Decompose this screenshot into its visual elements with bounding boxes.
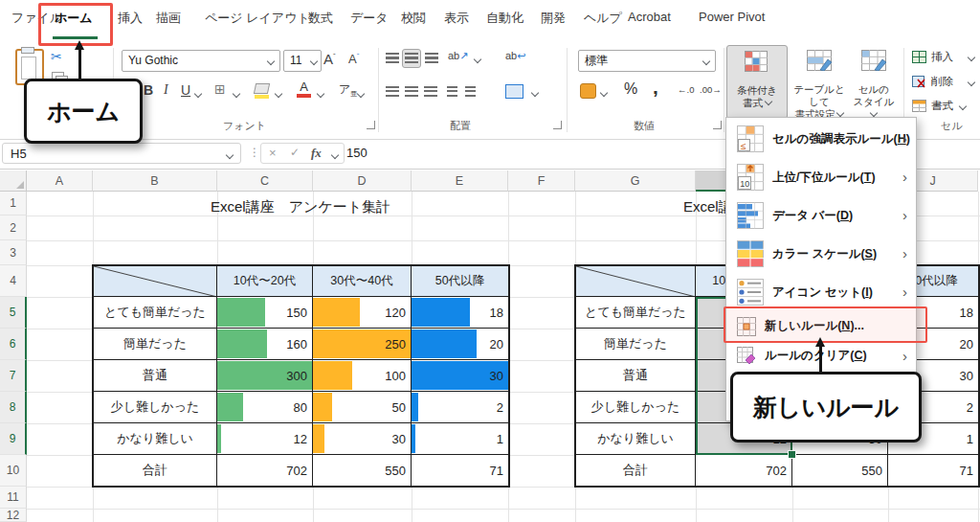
format-dropdown-icon[interactable]	[959, 102, 967, 110]
tab-page-layout[interactable]: ページ レイアウト	[205, 10, 310, 27]
tab-power-pivot[interactable]: Power Pivot	[699, 10, 765, 24]
row-header-10[interactable]: 10	[0, 455, 27, 487]
increase-decimal-icon[interactable]: ←.0	[678, 84, 694, 95]
enter-icon[interactable]: ✓	[290, 146, 300, 159]
total-value-cell[interactable]: 550	[313, 455, 412, 486]
row-header-11[interactable]: 11	[0, 487, 27, 509]
column-header-G[interactable]: G	[575, 170, 696, 192]
menu-item-highlight-cells-rules[interactable]: ≤ セルの強調表示ルール(H) ›	[726, 120, 916, 158]
fill-color-dropdown-icon[interactable]	[275, 90, 282, 98]
row-label-cell[interactable]: 少し難しかった	[94, 392, 217, 423]
row-header-9[interactable]: 9	[0, 423, 27, 455]
font-color-icon[interactable]: A	[297, 80, 311, 98]
diagonal-header-cell[interactable]	[94, 266, 217, 297]
total-value-cell[interactable]: 702	[696, 455, 792, 486]
increase-indent-icon[interactable]	[465, 86, 476, 97]
value-cell[interactable]: 80	[217, 392, 313, 423]
row-label-cell[interactable]: 普通	[576, 360, 696, 392]
delete-cells-button[interactable]: 削除	[931, 75, 953, 89]
column-header-D[interactable]: D	[313, 170, 412, 192]
merge-center-icon[interactable]	[505, 84, 523, 99]
selection-fill-handle[interactable]	[788, 450, 796, 459]
font-name-combo[interactable]: Yu Gothic	[122, 50, 280, 72]
row-label-cell[interactable]: 普通	[94, 360, 217, 392]
tab-formulas[interactable]: 数式	[308, 10, 333, 27]
font-dialog-launcher[interactable]	[367, 121, 375, 129]
col-header-cell[interactable]: 50代以降	[412, 266, 508, 297]
alignment-dialog-launcher[interactable]	[553, 121, 562, 129]
align-left-icon[interactable]	[386, 86, 399, 97]
total-value-cell[interactable]: 71	[888, 455, 978, 486]
row-header-2[interactable]: 2	[0, 216, 27, 240]
select-all-corner[interactable]	[0, 170, 27, 192]
accounting-format-icon[interactable]	[580, 83, 596, 99]
formula-input[interactable]: 150	[346, 143, 368, 164]
value-cell[interactable]: 300	[217, 360, 313, 392]
row-header-7[interactable]: 7	[0, 360, 27, 392]
number-format-combo[interactable]: 標準	[578, 50, 716, 72]
diagonal-header-cell[interactable]	[576, 266, 696, 297]
name-box[interactable]: H5	[2, 143, 241, 164]
value-cell[interactable]: 30	[313, 423, 412, 455]
font-color-dropdown-icon[interactable]	[317, 90, 324, 98]
col-header-cell[interactable]: 10代〜20代	[217, 266, 313, 297]
column-header-A[interactable]: A	[27, 170, 93, 192]
cut-icon[interactable]: ✂	[51, 49, 62, 64]
value-cell[interactable]: 120	[313, 297, 412, 329]
value-cell[interactable]: 100	[313, 360, 412, 392]
formula-bar-grip[interactable]: ⋮	[249, 146, 260, 159]
format-cells-button[interactable]: 書式	[931, 99, 953, 113]
tab-developer[interactable]: 開発	[541, 10, 566, 27]
decrease-indent-icon[interactable]	[447, 86, 457, 97]
value-cell[interactable]: 18	[412, 297, 508, 329]
menu-item-icon-sets[interactable]: アイコン セット(I) ›	[726, 273, 916, 311]
column-header-C[interactable]: C	[217, 170, 313, 192]
value-cell[interactable]: 2	[412, 392, 508, 423]
merge-dropdown-icon[interactable]	[531, 89, 539, 97]
column-header-B[interactable]: B	[93, 170, 217, 192]
insert-cells-button[interactable]: 挿入	[931, 50, 953, 64]
fill-color-icon[interactable]	[255, 83, 269, 99]
underline-button[interactable]: U	[181, 82, 190, 98]
align-right-icon[interactable]	[424, 86, 437, 97]
cell-styles-button[interactable]: セルの スタイル	[850, 45, 898, 117]
insert-dropdown-icon[interactable]	[968, 54, 975, 61]
value-cell[interactable]: 50	[313, 392, 412, 423]
row-label-cell[interactable]: 少し難しかった	[576, 392, 696, 423]
value-cell[interactable]: 160	[217, 329, 313, 360]
row-label-cell[interactable]: かなり難しい	[94, 423, 217, 455]
tab-view[interactable]: 表示	[444, 10, 469, 27]
menu-item-data-bars[interactable]: データ バー(D) ›	[726, 196, 916, 235]
value-cell[interactable]: 1	[412, 423, 508, 455]
value-cell[interactable]: 12	[217, 423, 313, 455]
column-header-E[interactable]: E	[412, 170, 508, 192]
value-cell[interactable]: 30	[412, 360, 508, 392]
align-bottom-icon[interactable]	[425, 53, 438, 63]
fx-dropdown-icon[interactable]	[331, 151, 339, 159]
cancel-icon[interactable]: ×	[269, 146, 277, 160]
value-cell[interactable]: 20	[412, 329, 508, 360]
row-header-3[interactable]: 3	[0, 240, 27, 265]
number-dialog-launcher[interactable]	[713, 121, 722, 129]
row-header-1[interactable]: 1	[0, 192, 27, 216]
total-value-cell[interactable]: 550	[792, 455, 888, 486]
borders-icon[interactable]: ⊞	[214, 81, 226, 97]
decrease-font-icon[interactable]: Aˇ	[348, 52, 359, 66]
total-value-cell[interactable]: 71	[412, 455, 508, 486]
align-top-icon[interactable]	[386, 53, 399, 63]
bold-button[interactable]: B	[144, 82, 153, 98]
wrap-text-icon[interactable]: ab↩	[505, 50, 525, 62]
tab-data[interactable]: データ	[350, 10, 389, 27]
row-header-8[interactable]: 8	[0, 392, 27, 423]
tab-draw[interactable]: 描画	[156, 10, 181, 27]
phonetic-dropdown-icon[interactable]	[357, 90, 365, 98]
row-label-cell[interactable]: とても簡単だった	[94, 297, 217, 329]
orientation-dropdown-icon[interactable]	[474, 56, 481, 63]
menu-item-top-bottom-rules[interactable]: 10 上位/下位ルール(T) ›	[726, 158, 916, 196]
row-label-cell[interactable]: 簡単だった	[576, 329, 696, 360]
value-cell[interactable]: 250	[313, 329, 412, 360]
menu-item-color-scales[interactable]: カラー スケール(S) ›	[726, 235, 916, 273]
total-label-cell[interactable]: 合計	[576, 455, 696, 486]
italic-button[interactable]: I	[164, 82, 168, 98]
row-label-cell[interactable]: 簡単だった	[94, 329, 217, 360]
